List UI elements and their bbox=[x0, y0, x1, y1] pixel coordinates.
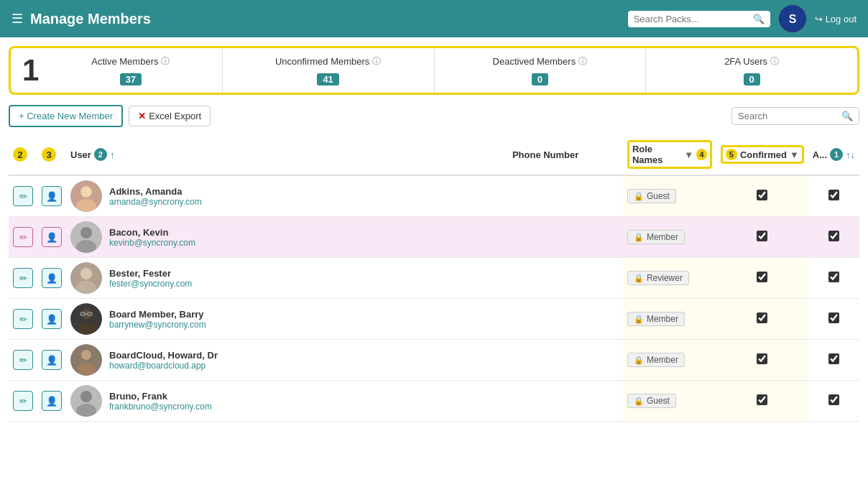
unconfirmed-members-info-icon[interactable]: ⓘ bbox=[372, 55, 381, 68]
col-header-role: Role Names ▼ 4 bbox=[623, 134, 716, 175]
role-cell: 🔒 Guest bbox=[623, 175, 716, 217]
stat-2fa-users: 2FA Users ⓘ 0 bbox=[646, 48, 857, 93]
confirmed-checkbox[interactable] bbox=[757, 353, 767, 364]
manage-user-button[interactable]: 👤 bbox=[42, 350, 62, 370]
menu-icon[interactable]: ☰ bbox=[11, 11, 23, 27]
user-avatar bbox=[70, 180, 102, 212]
svg-point-22 bbox=[80, 391, 92, 402]
lock-icon: 🔒 bbox=[634, 315, 644, 324]
header-right: 🔍 S ↪ Log out bbox=[628, 5, 857, 32]
active-cell bbox=[808, 258, 859, 299]
user-cell: Bruno, Frank frankbruno@syncrony.com bbox=[66, 381, 508, 422]
confirmed-cell bbox=[716, 340, 808, 381]
user-col-label: User bbox=[70, 149, 91, 160]
user-avatar bbox=[70, 303, 102, 335]
stat-active-members: Active Members ⓘ 37 1 bbox=[11, 48, 223, 93]
confirmed-checkbox[interactable] bbox=[757, 231, 767, 241]
user-name: Adkins, Amanda bbox=[109, 186, 202, 197]
manage-cell: 👤 bbox=[37, 381, 66, 422]
stat-unconfirmed-members: Unconfirmed Members ⓘ 41 bbox=[223, 48, 435, 93]
active-members-label: Active Members bbox=[91, 56, 158, 67]
edit-button[interactable]: ✏ bbox=[13, 309, 33, 329]
edit-button[interactable]: ✏ bbox=[13, 391, 33, 411]
svg-text:S: S bbox=[788, 13, 796, 25]
role-name: Member bbox=[647, 314, 678, 324]
confirmed-checkbox[interactable] bbox=[757, 190, 767, 200]
manage-user-button[interactable]: 👤 bbox=[42, 268, 62, 288]
user-cell: Bacon, Kevin kevinb@syncrony.com bbox=[66, 217, 508, 258]
edit-button[interactable]: ✏ bbox=[13, 227, 33, 247]
active-checkbox[interactable] bbox=[828, 190, 839, 200]
svg-point-14 bbox=[77, 322, 96, 335]
phone-cell bbox=[508, 381, 623, 422]
user-avatar bbox=[70, 385, 102, 417]
user-email: kevinb@syncrony.com bbox=[109, 238, 195, 248]
confirmed-checkbox[interactable] bbox=[757, 272, 767, 282]
a-sort-icon[interactable]: ↑↓ bbox=[846, 149, 855, 160]
active-checkbox[interactable] bbox=[828, 312, 839, 323]
members-tbody: ✏ 👤 Adkins, Amanda amanda@syncrony.com 🔒… bbox=[9, 175, 859, 422]
logout-button[interactable]: ↪ Log out bbox=[815, 14, 857, 24]
phone-cell bbox=[508, 258, 623, 299]
manage-user-button[interactable]: 👤 bbox=[42, 227, 62, 247]
members-table-wrapper: 2 3 User 2 ↑ Phone Number bbox=[9, 134, 859, 422]
user-sort-icon[interactable]: ↑ bbox=[110, 149, 115, 160]
phone-cell bbox=[508, 217, 623, 258]
role-badge: 🔒 Guest bbox=[627, 189, 676, 203]
deactived-members-label: Deactived Members bbox=[493, 56, 576, 67]
confirmed-checkbox[interactable] bbox=[757, 394, 767, 405]
user-email: fester@syncrony.com bbox=[109, 279, 192, 289]
manage-user-button[interactable]: 👤 bbox=[42, 309, 62, 329]
search-bar: 🔍 bbox=[628, 11, 770, 27]
phone-cell bbox=[508, 340, 623, 381]
active-checkbox[interactable] bbox=[828, 272, 839, 282]
user-name: BoardCloud, Howard, Dr bbox=[109, 350, 218, 361]
confirmed-cell bbox=[716, 217, 808, 258]
phone-cell bbox=[508, 175, 623, 217]
a-col-badge: 1 bbox=[830, 148, 843, 161]
lock-icon: 🔒 bbox=[634, 233, 644, 242]
lock-icon: 🔒 bbox=[634, 274, 644, 283]
user-email: amanda@syncrony.com bbox=[109, 197, 202, 207]
search-input[interactable] bbox=[634, 14, 749, 24]
logout-icon: ↪ bbox=[815, 14, 823, 24]
role-filter-icon[interactable]: ▼ bbox=[684, 149, 693, 160]
edit-cell: ✏ bbox=[9, 381, 37, 422]
col-header-phone: Phone Number bbox=[508, 134, 623, 175]
2fa-users-info-icon[interactable]: ⓘ bbox=[770, 55, 779, 68]
user-col-badge: 2 bbox=[94, 148, 107, 161]
active-checkbox[interactable] bbox=[828, 353, 839, 364]
active-checkbox[interactable] bbox=[828, 394, 839, 405]
edit-cell: ✏ bbox=[9, 340, 37, 381]
members-table: 2 3 User 2 ↑ Phone Number bbox=[9, 134, 859, 422]
edit-button[interactable]: ✏ bbox=[13, 268, 33, 288]
svg-point-10 bbox=[80, 268, 92, 279]
role-badge: 🔒 Member bbox=[627, 230, 685, 244]
confirmed-checkbox[interactable] bbox=[757, 312, 767, 323]
manage-cell: 👤 bbox=[37, 217, 66, 258]
role-name: Reviewer bbox=[647, 273, 683, 283]
active-checkbox[interactable] bbox=[828, 231, 839, 241]
toolbar-left: + Create New Member ✕ Excel Export bbox=[9, 105, 211, 127]
create-member-button[interactable]: + Create New Member bbox=[9, 105, 123, 127]
edit-button[interactable]: ✏ bbox=[13, 350, 33, 370]
manage-user-button[interactable]: 👤 bbox=[42, 391, 62, 411]
edit-button[interactable]: ✏ bbox=[13, 186, 33, 206]
a-col-label: A... bbox=[813, 149, 827, 160]
table-row: ✏ 👤 Bacon, Kevin kevinb@syncrony.com 🔒 M… bbox=[9, 217, 859, 258]
user-avatar bbox=[70, 221, 102, 253]
table-header-row: 2 3 User 2 ↑ Phone Number bbox=[9, 134, 859, 175]
confirmed-filter-icon[interactable]: ▼ bbox=[790, 149, 799, 160]
edit-cell: ✏ bbox=[9, 217, 37, 258]
manage-user-button[interactable]: 👤 bbox=[42, 186, 62, 206]
active-cell bbox=[808, 340, 859, 381]
deactived-members-info-icon[interactable]: ⓘ bbox=[578, 55, 587, 68]
manage-cell: 👤 bbox=[37, 299, 66, 340]
logout-label: Log out bbox=[826, 14, 857, 24]
excel-export-button[interactable]: ✕ Excel Export bbox=[129, 106, 211, 126]
active-members-info-icon[interactable]: ⓘ bbox=[161, 55, 170, 68]
table-search-input[interactable] bbox=[738, 111, 839, 121]
svg-point-19 bbox=[81, 350, 91, 360]
stat-annotation-1: 1 bbox=[22, 53, 39, 88]
header: ☰ Manage Members 🔍 S ↪ Log out bbox=[0, 0, 868, 37]
